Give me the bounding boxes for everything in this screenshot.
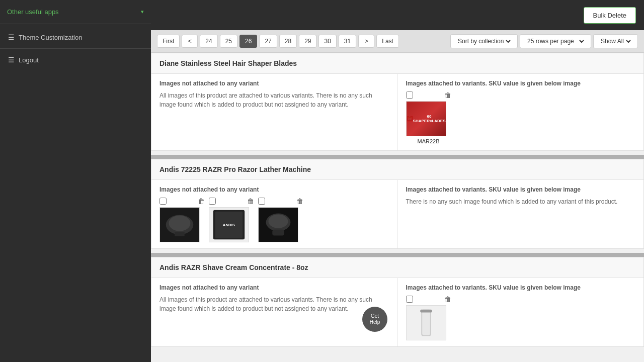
sidebar-top: Other useful apps ▾ xyxy=(0,0,151,24)
right-image-grid-3: 🗑 xyxy=(406,295,636,340)
svg-rect-17 xyxy=(272,230,284,236)
right-col-title-1: Images attached to variants. SKU value i… xyxy=(406,80,636,87)
pagination-last[interactable]: Last xyxy=(376,35,399,48)
product-right-col-1: Images attached to variants. SKU value i… xyxy=(398,74,644,150)
product-right-col-2: Images attached to variants. SKU value i… xyxy=(398,180,644,248)
image-checkbox-r3[interactable] xyxy=(258,198,265,205)
product-title-1: Diane Stainless Steel Hair Shaper Blades xyxy=(159,59,297,67)
svg-point-8 xyxy=(169,215,191,231)
right-image-grid-1: 🗑 60 LATHER LATHER SHAPER BLADES xyxy=(406,91,636,144)
rows-per-page-dropdown[interactable]: 25 rows per page 50 rows per page 100 ro… xyxy=(520,34,591,48)
pagination-first[interactable]: First xyxy=(157,35,180,48)
product-title-2: Andis 72225 RAZR Pro Razor Lather Machin… xyxy=(159,165,311,173)
product-header-2: Andis 72225 RAZR Pro Razor Lather Machin… xyxy=(151,159,643,180)
product-image-shaper: 60 LATHER LATHER SHAPER BLADES xyxy=(406,101,446,136)
pagination-29[interactable]: 29 xyxy=(299,35,316,48)
svg-rect-9 xyxy=(175,232,185,236)
image-checkbox-r1[interactable] xyxy=(159,198,167,205)
image-card-razor-1: 🗑 xyxy=(159,197,205,242)
rows-select[interactable]: 25 rows per page 50 rows per page 100 ro… xyxy=(525,37,586,45)
left-col-text-3: All images of this product are attached … xyxy=(159,295,389,313)
separator-2 xyxy=(151,253,644,257)
checkbox-trash-r2: 🗑 xyxy=(209,197,254,205)
svg-rect-21 xyxy=(420,310,432,313)
product-left-col-1: Images not attached to any variant All i… xyxy=(151,74,398,150)
delete-image-button-r1[interactable]: 🗑 xyxy=(198,197,205,205)
chevron-down-icon: ▾ xyxy=(141,9,144,15)
pagination-28[interactable]: 28 xyxy=(279,35,297,48)
product-body-3: Images not attached to any variant All i… xyxy=(151,278,643,346)
bulk-delete-button[interactable]: Bulk Delete xyxy=(584,7,636,24)
show-all-dropdown[interactable]: Show All xyxy=(593,34,638,48)
checkbox-trash-c1: 🗑 xyxy=(406,295,451,303)
sidebar-nav: ☰ Theme Customization ☰ Logout xyxy=(0,24,151,73)
pagination-next[interactable]: > xyxy=(358,35,374,48)
product-image-cream xyxy=(406,305,446,340)
checkbox-trash-r3: 🗑 xyxy=(258,197,303,205)
delete-image-button-r3[interactable]: 🗑 xyxy=(296,197,303,205)
product-image-razor1 xyxy=(159,207,200,242)
delete-image-button-1[interactable]: 🗑 xyxy=(444,91,451,99)
pagination-26[interactable]: 26 xyxy=(239,35,257,48)
sort-select[interactable]: Sort by collection xyxy=(456,37,512,45)
left-image-grid-2: 🗑 xyxy=(159,197,389,242)
pagination-bar: First < 24 25 26 27 28 29 30 31 > Last S… xyxy=(151,30,644,53)
left-col-title-3: Images not attached to any variant xyxy=(159,284,389,291)
product-title-3: Andis RAZR Shave Cream Concentrate - 8oz xyxy=(159,263,308,272)
right-col-title-2: Images attached to variants. SKU value i… xyxy=(406,186,636,193)
theme-icon: ☰ xyxy=(8,33,15,41)
pagination-25[interactable]: 25 xyxy=(220,35,237,48)
product-image-razor3 xyxy=(258,207,298,242)
pagination-30[interactable]: 30 xyxy=(318,35,336,48)
checkbox-trash-1: 🗑 xyxy=(406,91,451,99)
product-header-1: Diane Stainless Steel Hair Shaper Blades xyxy=(151,53,643,74)
pagination-prev[interactable]: < xyxy=(182,35,198,48)
svg-text:ANDIS: ANDIS xyxy=(223,223,235,227)
logout-icon: ☰ xyxy=(8,56,15,64)
main-content: Bulk Delete First < 24 25 26 27 28 29 30… xyxy=(151,0,644,362)
product-right-col-3: Images attached to variants. SKU value i… xyxy=(398,278,644,346)
left-col-title-1: Images not attached to any variant xyxy=(159,80,389,87)
delete-image-button-r2[interactable]: 🗑 xyxy=(247,197,254,205)
sidebar-item-label: Theme Customization xyxy=(19,34,82,41)
get-help-line1: Get xyxy=(371,313,379,319)
get-help-button[interactable]: Get Help xyxy=(362,307,387,332)
pagination-31[interactable]: 31 xyxy=(339,35,356,48)
product-body-1: Images not attached to any variant All i… xyxy=(151,74,643,150)
image-card-1: 🗑 60 LATHER LATHER SHAPER BLADES xyxy=(406,91,451,144)
svg-point-16 xyxy=(269,215,288,228)
pagination-27[interactable]: 27 xyxy=(259,35,277,48)
right-col-title-3: Images attached to variants. SKU value i… xyxy=(406,284,636,291)
image-card-razor-3: 🗑 xyxy=(258,197,303,242)
sidebar-divider xyxy=(0,48,151,49)
image-checkbox-r2[interactable] xyxy=(209,198,216,205)
sidebar-app-label: Other useful apps xyxy=(7,8,59,16)
products-content: Diane Stainless Steel Hair Shaper Blades… xyxy=(151,53,644,362)
left-col-text-1: All images of this product are attached … xyxy=(159,91,389,109)
product-section-1: Diane Stainless Steel Hair Shaper Blades… xyxy=(151,53,644,151)
sidebar: Other useful apps ▾ ☰ Theme Customizatio… xyxy=(0,0,151,362)
sidebar-item-theme-customization[interactable]: ☰ Theme Customization xyxy=(0,28,151,46)
separator-1 xyxy=(151,155,644,159)
sku-label-1: MAR22B xyxy=(406,138,451,144)
pagination-24[interactable]: 24 xyxy=(200,35,217,48)
checkbox-trash-r1: 🗑 xyxy=(159,197,205,205)
sidebar-other-apps[interactable]: Other useful apps ▾ xyxy=(7,6,144,18)
image-card-cream-1: 🗑 xyxy=(406,295,451,340)
product-section-2: Andis 72225 RAZR Pro Razor Lather Machin… xyxy=(151,159,644,249)
sidebar-item-label: Logout xyxy=(19,56,39,64)
product-header-3: Andis RAZR Shave Cream Concentrate - 8oz xyxy=(151,257,643,278)
image-checkbox-c1[interactable] xyxy=(406,296,413,303)
sidebar-item-logout[interactable]: ☰ Logout xyxy=(0,51,151,69)
sort-by-collection-dropdown[interactable]: Sort by collection xyxy=(450,34,518,48)
product-section-3: Andis RAZR Shave Cream Concentrate - 8oz… xyxy=(151,257,644,347)
image-card-razor-2: 🗑 ANDIS xyxy=(209,197,254,242)
product-image-razor2: ANDIS xyxy=(209,207,249,242)
delete-image-button-c1[interactable]: 🗑 xyxy=(444,295,451,303)
image-checkbox-1[interactable] xyxy=(406,92,413,99)
show-all-select[interactable]: Show All xyxy=(599,37,632,45)
get-help-line2: Help xyxy=(370,319,380,325)
topbar: Bulk Delete xyxy=(151,0,644,30)
product-left-col-2: Images not attached to any variant 🗑 xyxy=(151,180,398,248)
svg-text:60: 60 xyxy=(409,117,410,117)
